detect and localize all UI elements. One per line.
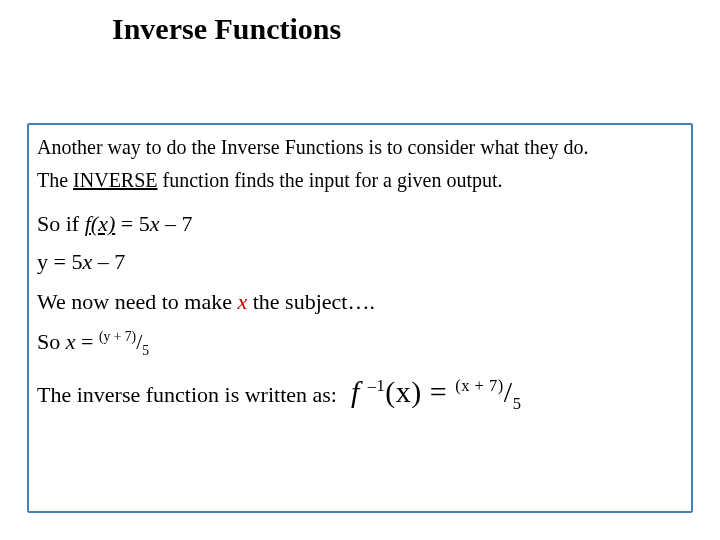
text: The	[37, 169, 73, 191]
x-italic: x	[82, 249, 92, 274]
line-make-subject: We now need to make x the subject….	[37, 289, 683, 315]
text: =	[76, 329, 99, 354]
text: We now need to make	[37, 289, 237, 314]
text: – 7	[159, 211, 192, 236]
text: So	[37, 329, 66, 354]
text: – 7	[92, 249, 125, 274]
inverse-exponent: –1	[368, 376, 386, 395]
x-italic: x	[150, 211, 160, 236]
text: = 5	[115, 211, 149, 236]
slide-title: Inverse Functions	[112, 12, 341, 46]
line-fx-def: So if f(x) = 5x – 7	[37, 211, 683, 237]
text: function finds the input for a given out…	[158, 169, 503, 191]
line-x-solution: So x = (y + 7)/5	[37, 329, 683, 359]
text: y = 5	[37, 249, 82, 274]
denominator: 5	[513, 394, 522, 413]
x-italic: x	[66, 329, 76, 354]
x-part: (x) =	[385, 375, 455, 408]
line-inverse-result: The inverse function is written as: f –1…	[37, 375, 683, 414]
line-y-eq: y = 5x – 7	[37, 249, 683, 275]
paragraph-inverse-def: The INVERSE function finds the input for…	[37, 168, 683, 193]
inverse-expression: f –1(x) = (x + 7)/5	[351, 375, 521, 414]
content-box: Another way to do the Inverse Functions …	[27, 123, 693, 513]
slash: /	[504, 375, 513, 408]
f-italic: f	[351, 375, 368, 408]
inverse-label: The inverse function is written as:	[37, 382, 337, 408]
fx-italic: f(x)	[85, 211, 116, 236]
slide: Inverse Functions Another way to do the …	[0, 0, 720, 540]
x-red: x	[237, 289, 247, 314]
paragraph-intro: Another way to do the Inverse Functions …	[37, 135, 683, 160]
numerator: (x + 7)	[455, 376, 504, 395]
text: So if	[37, 211, 85, 236]
text: the subject….	[247, 289, 375, 314]
inverse-underlined: INVERSE	[73, 169, 157, 191]
denominator: 5	[142, 343, 149, 358]
numerator: (y + 7)	[99, 329, 136, 344]
